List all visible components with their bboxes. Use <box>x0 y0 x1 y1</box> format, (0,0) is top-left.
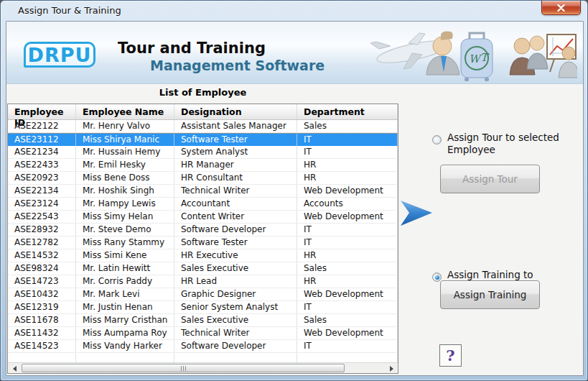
cell-department: HR <box>297 172 398 184</box>
header-illustration: W T <box>369 24 577 83</box>
column-header-employee-name[interactable]: Employee Name <box>76 104 174 119</box>
table-row[interactable]: ASE10432Mr. Mark LeviGraphic DesignerWeb… <box>8 288 398 301</box>
cell-department: Web Development <box>297 185 398 197</box>
cell-designation: Technical Writer <box>174 185 297 197</box>
cell-department: IT <box>297 146 398 158</box>
cell-designation: Graphic Designer <box>174 288 297 300</box>
cell-designation: Software Tester <box>174 134 297 146</box>
cell-designation: Assistant Sales Manager <box>174 120 297 132</box>
app-title: Tour and Training <box>118 40 266 57</box>
cell-department: Accounts <box>297 198 398 210</box>
table-empty-area <box>8 353 398 362</box>
cell-id: ASE14523 <box>8 340 76 352</box>
cell-name: Mr. Henry Valvo <box>76 120 174 132</box>
cell-department: Sales <box>297 120 398 132</box>
assign-tour-radio[interactable] <box>432 135 442 144</box>
cell-name: Miss Aumpama Roy <box>76 327 174 339</box>
table-row[interactable]: ASE12782Miss Rany StammySoftware TesterI… <box>8 237 398 249</box>
cell-department: IT <box>297 224 398 236</box>
assign-training-radio[interactable] <box>432 272 442 282</box>
scrollbar-thumb[interactable] <box>22 364 345 372</box>
table-header-row: Employee ID Employee Name Designation De… <box>8 104 398 120</box>
cell-name: Miss Simy Helan <box>76 211 174 223</box>
table-row[interactable]: ASE98324Mr. Latin HewittSales ExecutiveS… <box>8 262 398 275</box>
table-row[interactable]: ASE23112Miss Shirya ManicSoftware Tester… <box>8 133 398 146</box>
table-row[interactable]: ASE23124Mr. Hampy LewisAccountantAccount… <box>8 198 398 211</box>
cell-designation: Software Developer <box>174 340 297 352</box>
table-row[interactable]: ASE22543Miss Simy HelanContent WriterWeb… <box>8 211 398 224</box>
cell-id: ASE14532 <box>8 249 76 262</box>
cell-designation: Software Developer <box>174 224 297 236</box>
table-row[interactable]: ASE22134Mr. Hoshik SinghTechnical Writer… <box>8 185 398 198</box>
cell-designation: Accountant <box>174 198 297 210</box>
cell-department: Sales <box>297 314 398 326</box>
cell-name: Mr. Justin Henan <box>76 301 174 313</box>
cell-department: IT <box>297 134 398 146</box>
table-row[interactable]: ASE28932Mr. Steve DemoSoftware Developer… <box>8 224 398 237</box>
column-header-department[interactable]: Department <box>297 104 398 119</box>
cell-name: Mr. Hussain Hemy <box>76 146 174 158</box>
column-header-designation[interactable]: Designation <box>174 104 297 119</box>
cell-department: HR <box>297 275 398 288</box>
cell-id: ASE22134 <box>8 185 76 197</box>
cell-designation: Content Writer <box>174 211 297 223</box>
cell-designation: HR Consultant <box>174 172 297 184</box>
cell-name: Mr. Corris Paddy <box>76 275 174 288</box>
cell-designation: Software Tester <box>174 237 297 249</box>
assign-tour-button[interactable]: Assign Tour <box>440 165 540 193</box>
titlebar: Assign Tour & Training <box>1 1 587 21</box>
cell-department: Web Development <box>297 211 398 223</box>
table-row[interactable]: ASE12319Mr. Justin HenanSenior System An… <box>8 301 398 314</box>
cell-department: Sales <box>297 262 398 275</box>
cell-name: Miss Marry Cristhan <box>76 314 174 326</box>
drpu-logo: DRPU <box>24 42 95 68</box>
cell-id: ASE21234 <box>8 146 76 158</box>
cell-name: Mr. Hoshik Singh <box>76 185 174 197</box>
cell-department: HR <box>297 249 398 262</box>
table-row[interactable]: ASE11678Miss Marry CristhanSales Executi… <box>8 314 398 327</box>
table-row[interactable]: ASE14723Mr. Corris PaddyHR LeadHR <box>8 275 398 288</box>
table-row[interactable]: ASE14523Miss Vandy HarkerSoftware Develo… <box>8 340 398 353</box>
table-body: ASE22122Mr. Henry ValvoAssistant Sales M… <box>8 120 398 353</box>
pointer-arrow-icon <box>399 199 434 228</box>
cell-name: Mr. Hampy Lewis <box>76 198 174 210</box>
cell-name: Miss Shirya Manic <box>76 134 174 146</box>
cell-department: IT <box>297 301 398 313</box>
table-row[interactable]: ASE20923Miss Bene DossHR ConsultantHR <box>8 172 398 185</box>
cell-designation: HR Lead <box>174 275 297 288</box>
column-header-employee-id[interactable]: Employee ID <box>8 104 76 119</box>
help-button[interactable]: ? <box>439 344 462 367</box>
cell-designation: HR Executive <box>174 249 297 262</box>
app-window: Assign Tour & Training DRPU Tour and Tra… <box>0 0 588 381</box>
cell-id: ASE22122 <box>8 120 76 132</box>
cell-designation: Technical Writer <box>174 327 297 339</box>
table-row[interactable]: ASE14532Miss Simi KeneHR ExecutiveHR <box>8 249 398 262</box>
table-row[interactable]: ASE22433Mr. Emil HeskyHR ManagerHR <box>8 159 398 172</box>
assign-training-button[interactable]: Assign Training <box>440 280 540 309</box>
cell-id: ASE23124 <box>8 198 76 210</box>
cell-designation: System Analyst <box>174 146 297 158</box>
scroll-left-arrow-icon[interactable] <box>9 363 20 374</box>
table-row[interactable]: ASE21234Mr. Hussain HemySystem AnalystIT <box>8 146 398 159</box>
cell-id: ASE22433 <box>8 159 76 171</box>
scroll-right-arrow-icon[interactable] <box>386 363 397 374</box>
cell-id: ASE14723 <box>8 275 76 288</box>
assign-tour-radio-label[interactable]: Assign Tour to selected Employee <box>447 132 574 156</box>
close-button[interactable] <box>541 1 581 15</box>
list-of-employee-label: List of Employee <box>7 87 398 98</box>
content-panel: DRPU Tour and Training Management Softwa… <box>6 21 584 376</box>
cell-id: ASE12319 <box>8 301 76 313</box>
cell-id: ASE20923 <box>8 172 76 184</box>
people-icon <box>510 36 548 75</box>
employee-table: Employee ID Employee Name Designation De… <box>7 104 398 374</box>
cell-name: Mr. Latin Hewitt <box>76 262 174 275</box>
cell-designation: HR Manager <box>174 159 297 171</box>
cell-id: ASE22543 <box>8 211 76 223</box>
presentation-board-icon <box>547 35 577 78</box>
cell-name: Mr. Steve Demo <box>76 224 174 236</box>
cell-department: IT <box>297 340 398 352</box>
horizontal-scrollbar[interactable] <box>8 362 398 373</box>
cell-id: ASE98324 <box>8 262 76 275</box>
table-row[interactable]: ASE22122Mr. Henry ValvoAssistant Sales M… <box>8 120 398 133</box>
table-row[interactable]: ASE11432Miss Aumpama RoyTechnical Writer… <box>8 327 398 340</box>
